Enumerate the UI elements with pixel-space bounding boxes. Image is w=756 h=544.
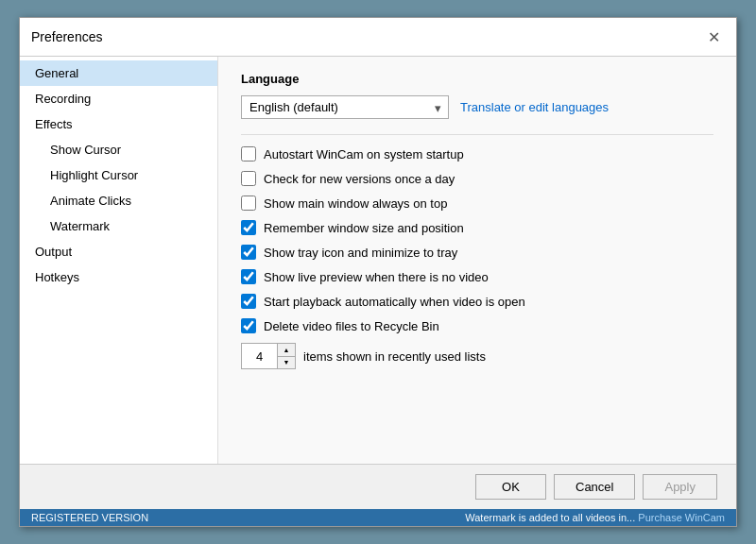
checkbox-remember-window-input[interactable] — [241, 220, 256, 235]
spinner-arrows: ▲ ▼ — [278, 344, 295, 368]
sidebar-item-output[interactable]: Output — [20, 239, 217, 264]
sidebar-item-animate-clicks[interactable]: Animate Clicks — [20, 188, 217, 213]
checkbox-check-versions-label[interactable]: Check for new versions once a day — [264, 172, 455, 186]
dialog-body: General Recording Effects Show Cursor Hi… — [20, 57, 736, 464]
close-button[interactable]: ✕ — [702, 26, 725, 48]
footer: OK Cancel Apply — [20, 464, 736, 509]
checkbox-show-main-window-label[interactable]: Show main window always on top — [264, 196, 447, 211]
content-area: Language English (default) Translate or … — [218, 57, 736, 464]
language-select-wrap: English (default) — [241, 95, 449, 119]
checkbox-delete-video-input[interactable] — [241, 318, 256, 333]
checkbox-start-playback-label[interactable]: Start playback automatically when video … — [264, 295, 525, 309]
checkbox-show-main-window-input[interactable] — [241, 196, 256, 211]
language-section-title: Language — [241, 72, 713, 86]
language-select[interactable]: English (default) — [241, 95, 449, 119]
spinner-up-button[interactable]: ▲ — [278, 344, 295, 357]
dialog-title: Preferences — [31, 29, 102, 44]
checkbox-show-live-preview-input[interactable] — [241, 269, 256, 284]
checkbox-show-tray: Show tray icon and minimize to tray — [241, 245, 713, 260]
sidebar-item-watermark[interactable]: Watermark — [20, 213, 217, 239]
sidebar-item-highlight-cursor[interactable]: Highlight Cursor — [20, 162, 217, 188]
apply-button[interactable]: Apply — [643, 474, 717, 500]
checkbox-show-tray-input[interactable] — [241, 245, 256, 260]
checkbox-autostart-input[interactable] — [241, 146, 256, 162]
checkbox-remember-window: Remember window size and position — [241, 220, 713, 235]
checkbox-show-main-window: Show main window always on top — [241, 196, 713, 211]
sidebar-item-show-cursor[interactable]: Show Cursor — [20, 137, 217, 162]
sidebar-item-recording[interactable]: Recording — [20, 86, 217, 111]
sidebar: General Recording Effects Show Cursor Hi… — [20, 57, 218, 464]
preferences-dialog: Preferences ✕ General Recording Effects … — [19, 17, 737, 527]
translate-link[interactable]: Translate or edit languages — [460, 100, 609, 114]
divider — [241, 134, 713, 135]
spinner-label: items shown in recently used lists — [303, 349, 486, 364]
spinner-wrap: ▲ ▼ — [241, 343, 296, 369]
checkbox-check-versions: Check for new versions once a day — [241, 171, 713, 186]
ok-button[interactable]: OK — [475, 474, 546, 500]
sidebar-item-hotkeys[interactable]: Hotkeys — [20, 264, 217, 290]
checkbox-delete-video-label[interactable]: Delete video files to Recycle Bin — [264, 319, 439, 333]
watermark-right: Watermark is added to all videos in... P… — [465, 512, 725, 523]
sidebar-item-general[interactable]: General — [20, 60, 217, 86]
checkbox-autostart: Autostart WinCam on system startup — [241, 146, 713, 162]
spinner-down-button[interactable]: ▼ — [278, 357, 295, 369]
purchase-link[interactable]: Purchase WinCam — [638, 512, 725, 523]
sidebar-item-effects[interactable]: Effects — [20, 111, 217, 137]
titlebar: Preferences ✕ — [20, 18, 736, 57]
checkbox-delete-video: Delete video files to Recycle Bin — [241, 318, 713, 333]
checkbox-show-live-preview-label[interactable]: Show live preview when there is no video — [264, 270, 489, 284]
checkbox-autostart-label[interactable]: Autostart WinCam on system startup — [264, 147, 464, 162]
checkbox-remember-window-label[interactable]: Remember window size and position — [264, 221, 464, 235]
checkbox-start-playback: Start playback automatically when video … — [241, 294, 713, 309]
spinner-input[interactable] — [242, 344, 278, 368]
checkbox-show-live-preview: Show live preview when there is no video — [241, 269, 713, 284]
spinner-row: ▲ ▼ items shown in recently used lists — [241, 343, 713, 369]
watermark-bar: REGISTERED VERSION Watermark is added to… — [20, 509, 736, 526]
checkbox-check-versions-input[interactable] — [241, 171, 256, 186]
checkbox-show-tray-label[interactable]: Show tray icon and minimize to tray — [264, 246, 457, 260]
watermark-left: REGISTERED VERSION — [31, 512, 148, 523]
language-row: English (default) Translate or edit lang… — [241, 95, 713, 119]
checkbox-start-playback-input[interactable] — [241, 294, 256, 309]
watermark-right-text: Watermark is added to all videos in... — [465, 512, 635, 523]
cancel-button[interactable]: Cancel — [554, 474, 635, 500]
